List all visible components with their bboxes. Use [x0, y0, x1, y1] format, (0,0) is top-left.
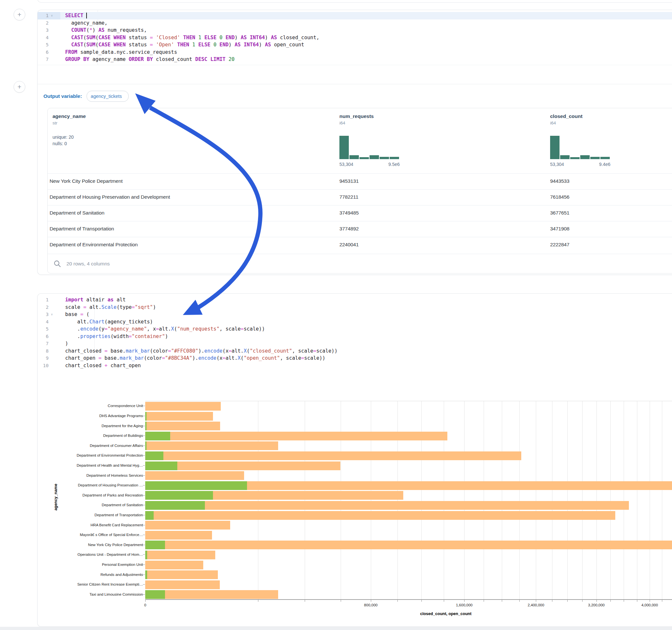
y-axis-label: Department of Homeless Services: [39, 474, 143, 477]
line-number: 10: [38, 363, 49, 368]
collapse-chevron-icon[interactable]: ∨: [49, 14, 55, 17]
gridline: [582, 401, 582, 599]
table-row[interactable]: New York City Police Department945313194…: [48, 173, 672, 189]
gridline: [637, 401, 637, 599]
y-axis-label: Department of Health and Mental Hyg…: [39, 463, 143, 467]
code-line[interactable]: 3 COUNT(*) AS num_requests,: [38, 27, 672, 34]
table-row[interactable]: Department of Environmental Protection22…: [48, 237, 672, 253]
y-tick-mark: [143, 564, 145, 565]
code-line[interactable]: 6 .properties(width="container"): [38, 333, 672, 340]
code-line[interactable]: 4 CAST(SUM(CASE WHEN status = 'Closed' T…: [38, 34, 672, 42]
histogram-min: 53,304: [550, 162, 564, 167]
code-line[interactable]: 7): [38, 340, 672, 347]
y-axis-label: Department of Housing Preservation …: [39, 483, 143, 487]
gridline: [597, 401, 597, 599]
code-text: .properties(width="container"): [60, 334, 168, 339]
column-header-agency_name[interactable]: agency_namestrunique: 20nulls: 0: [52, 108, 254, 146]
y-axis-label: Department of Consumer Affairs: [39, 444, 143, 447]
histogram-bar: [590, 157, 600, 159]
table-row[interactable]: Department of Housing Preservation and D…: [48, 189, 672, 205]
column-histogram: [339, 136, 399, 159]
column-name: agency_name: [52, 114, 254, 119]
add-cell-button[interactable]: +: [14, 81, 25, 93]
add-cell-button[interactable]: +: [14, 9, 25, 20]
bar-open-count: [145, 481, 247, 490]
y-axis-label: Refunds and Adjustments: [39, 573, 143, 577]
bar-closed-count: [145, 402, 221, 411]
line-number: 5: [38, 326, 49, 332]
y-tick-mark: [143, 485, 145, 485]
histogram-max: 9.5e6: [388, 162, 400, 167]
x-tick-mark: [398, 600, 398, 602]
code-line[interactable]: 8chart_closed = base.mark_bar(color="#FF…: [38, 347, 672, 355]
code-line[interactable]: 5 .encode(y="agency_name", x=alt.X("num_…: [38, 325, 672, 333]
y-tick-mark: [143, 535, 145, 535]
gridline: [444, 401, 444, 599]
code-line[interactable]: 10chart_closed + chart_open: [38, 362, 672, 369]
y-tick-mark: [143, 525, 145, 525]
line-number: 2: [38, 305, 49, 310]
column-header-num_requests[interactable]: num_requestsi6453,3049.5e6: [339, 108, 541, 125]
chart-plot-area: [145, 401, 672, 599]
y-axis-label: Department of Buildings: [39, 434, 143, 437]
y-axis-label: Department of Transportation: [39, 513, 143, 517]
column-type: i64: [339, 121, 541, 125]
code-line[interactable]: 1∨SELECT: [38, 12, 672, 20]
bar-open-count: [145, 452, 163, 460]
column-name: num_requests: [339, 114, 541, 119]
table-row[interactable]: Department of Sanitation37494853677651: [48, 205, 672, 221]
x-tick-mark: [610, 600, 611, 602]
bar-closed-count: [145, 501, 629, 510]
search-icon[interactable]: [53, 260, 61, 268]
code-line[interactable]: 4 alt.Chart(agency_tickets): [38, 318, 672, 326]
python-cell: 1import altair as alt2scale = alt.Scale(…: [37, 293, 672, 627]
code-line[interactable]: 6FROM sample_data.nyc.service_requests: [38, 49, 672, 56]
collapse-chevron-icon[interactable]: ∨: [49, 313, 55, 316]
column-type: i64: [550, 121, 672, 125]
chart-x-axis-line: [145, 599, 672, 600]
code-line[interactable]: 1import altair as alt: [38, 296, 672, 304]
code-text: agency_name,: [60, 20, 107, 26]
table-cell: 2240041: [339, 242, 359, 248]
x-axis-label: 0: [144, 603, 146, 607]
y-axis-label: Department of Parks and Recreation: [39, 493, 143, 497]
histogram-bar: [580, 155, 590, 159]
line-number: 4: [38, 319, 49, 324]
code-text: base = (: [60, 311, 90, 317]
row-column-count: 20 rows, 4 columns: [67, 261, 110, 267]
x-tick-mark: [371, 600, 371, 602]
bar-open-count: [145, 461, 177, 470]
line-number: 6: [38, 334, 49, 339]
bar-open-count: [145, 501, 205, 510]
code-line[interactable]: 2 agency_name,: [38, 20, 672, 27]
line-number-gutter: 4: [38, 34, 60, 42]
y-tick-mark: [143, 575, 145, 575]
line-number: 3: [38, 312, 49, 317]
code-line[interactable]: 7GROUP BY agency_name ORDER BY closed_co…: [38, 56, 672, 63]
x-tick-mark: [662, 600, 662, 602]
y-tick-mark: [143, 505, 145, 505]
bar-open-count: [145, 551, 147, 559]
code-line[interactable]: 2scale = alt.Scale(type="sqrt"): [38, 304, 672, 311]
y-axis-label: Department of Environmental Protection: [39, 453, 143, 457]
histogram-bar: [360, 157, 369, 159]
column-header-closed_count[interactable]: closed_counti6453,3049.4e6: [550, 108, 672, 125]
line-number: 5: [38, 42, 49, 47]
code-line[interactable]: 5 CAST(SUM(CASE WHEN status = 'Open' THE…: [38, 41, 672, 49]
code-line[interactable]: 9chart_open = base.mark_bar(color="#8BC3…: [38, 355, 672, 362]
bar-open-count: [145, 412, 146, 421]
x-tick-mark: [341, 600, 341, 602]
x-axis-label: 4,000,000: [641, 603, 658, 607]
histogram-range-labels: 53,3049.5e6: [339, 162, 400, 167]
histogram-bar: [380, 157, 389, 159]
output-variable-pill[interactable]: agency_tickets: [87, 91, 129, 102]
x-tick-mark: [597, 600, 597, 602]
y-axis-label: HRA Benefit Card Replacement: [39, 523, 143, 527]
code-line[interactable]: 3∨base = (: [38, 311, 672, 318]
line-number-gutter: 4: [38, 318, 60, 326]
sql-code-editor[interactable]: 1∨SELECT 2 agency_name,3 COUNT(*) AS num…: [38, 10, 672, 65]
table-row[interactable]: Department of Transportation377489234719…: [48, 221, 672, 237]
bar-closed-count: [145, 551, 215, 559]
python-code-editor[interactable]: 1import altair as alt2scale = alt.Scale(…: [38, 294, 672, 370]
code-text: chart_closed + chart_open: [60, 363, 141, 368]
